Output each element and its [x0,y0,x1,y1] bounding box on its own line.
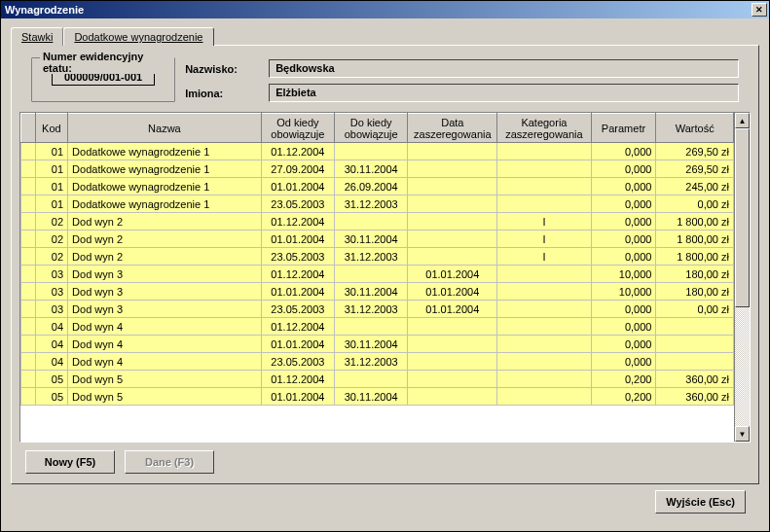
tab-dodatkowe[interactable]: Dodatkowe wynagrodzenie [63,27,213,46]
cell: 26.09.2004 [335,178,408,195]
vertical-scrollbar[interactable]: ▲ ▼ [734,113,750,442]
cell: 360,00 zł [656,388,734,406]
cell: Dod wyn 2 [68,231,262,248]
nazwisko-field[interactable]: Będkowska [269,59,739,78]
cell: 02 [35,248,67,266]
cell: 01.12.2004 [261,213,334,231]
cell: 30.11.2004 [335,388,408,406]
tab-stawki[interactable]: Stawki [11,27,63,46]
cell: 01 [35,160,67,178]
col-kod[interactable]: Kod [35,114,67,143]
cell: 01.01.2004 [408,266,497,283]
cell [497,388,591,406]
cell: Dodatkowe wynagrodzenie 1 [68,160,262,178]
cell [497,336,591,353]
table-row[interactable]: 02Dod wyn 223.05.200331.12.2003I0,0001 8… [21,248,734,266]
cell: Dod wyn 4 [68,353,262,371]
cell: 01.01.2004 [408,283,497,301]
cell: 180,00 zł [656,266,734,283]
cell [335,143,408,160]
cell: 0,200 [591,371,656,388]
cell: 01.01.2004 [261,283,334,301]
table-row[interactable]: 04Dod wyn 401.01.200430.11.20040,000 [21,336,734,353]
col-nazwa[interactable]: Nazwa [68,114,262,143]
cell [497,266,591,283]
col-od[interactable]: Od kiedy obowiązuje [261,114,334,143]
cell [408,143,497,160]
table-row[interactable]: 01Dodatkowe wynagrodzenie 123.05.200331.… [21,195,734,213]
cell [497,160,591,178]
col-selector[interactable] [21,114,36,143]
cell: 04 [35,353,67,371]
cell: 23.05.2003 [261,353,334,371]
imiona-field[interactable]: Elżbieta [269,84,739,102]
table-row[interactable]: 01Dodatkowe wynagrodzenie 101.01.200426.… [21,178,734,195]
cell: 01.01.2004 [408,301,497,318]
cell: 1 800,00 zł [656,213,734,231]
col-data[interactable]: Data zaszeregowania [408,114,497,143]
cell: I [497,248,591,266]
cell: 31.12.2003 [335,301,408,318]
close-button[interactable]: ✕ [752,3,767,17]
cell: 0,000 [591,301,656,318]
cell: 23.05.2003 [261,248,334,266]
table-row[interactable]: 05Dod wyn 501.12.20040,200360,00 zł [21,371,734,388]
header-row: Kod Nazwa Od kiedy obowiązuje Do kiedy o… [21,114,734,143]
tab-panel: Numer ewidencyjny etatu: 000009/001-001 … [11,45,759,484]
cell: Dod wyn 5 [68,371,262,388]
cell: 1 800,00 zł [656,248,734,266]
col-kat[interactable]: Kategoria zaszeregowania [497,114,591,143]
cell [497,353,591,371]
data-grid[interactable]: Kod Nazwa Od kiedy obowiązuje Do kiedy o… [20,113,734,442]
cell: 360,00 zł [656,371,734,388]
cell: Dodatkowe wynagrodzenie 1 [68,178,262,195]
table-row[interactable]: 03Dod wyn 323.05.200331.12.200301.01.200… [21,301,734,318]
table-row[interactable]: 04Dod wyn 423.05.200331.12.20030,000 [21,353,734,371]
cell [335,266,408,283]
table-row[interactable]: 03Dod wyn 301.12.200401.01.200410,000180… [21,266,734,283]
cell [21,248,36,266]
cell [21,336,36,353]
table-row[interactable]: 02Dod wyn 201.01.200430.11.2004I0,0001 8… [21,231,734,248]
cell: 30.11.2004 [335,231,408,248]
scroll-track[interactable] [735,128,750,426]
cell: 01.12.2004 [261,266,334,283]
table-row[interactable]: 05Dod wyn 501.01.200430.11.20040,200360,… [21,388,734,406]
scroll-down-button[interactable]: ▼ [735,426,750,442]
scroll-up-button[interactable]: ▲ [735,113,750,128]
table-row[interactable]: 04Dod wyn 401.12.20040,000 [21,318,734,336]
table-row[interactable]: 01Dodatkowe wynagrodzenie 101.12.20040,0… [21,143,734,160]
table-row[interactable]: 01Dodatkowe wynagrodzenie 127.09.200430.… [21,160,734,178]
numer-label: Numer ewidencyjny etatu: [40,51,174,74]
cell [408,353,497,371]
cell: 01 [35,195,67,213]
window-title: Wynagrodzenie [3,4,752,16]
cell: 01.01.2004 [261,231,334,248]
name-form: Nazwisko: Będkowska Imiona: Elżbieta [185,57,739,102]
col-wart[interactable]: Wartość [656,114,734,143]
cell: 01.01.2004 [261,178,334,195]
cell [408,231,497,248]
dane-button: Dane (F3) [125,450,214,474]
nowy-button[interactable]: Nowy (F5) [25,450,115,474]
cell [497,318,591,336]
wyjscie-button[interactable]: Wyjście (Esc) [655,490,746,514]
table-row[interactable]: 02Dod wyn 201.12.2004I0,0001 800,00 zł [21,213,734,231]
cell [408,336,497,353]
cell: 0,000 [591,248,656,266]
cell [21,301,36,318]
cell [656,336,734,353]
cell: 02 [35,213,67,231]
cell: 0,00 zł [656,301,734,318]
cell: 180,00 zł [656,283,734,301]
col-param[interactable]: Parametr [591,114,656,143]
cell [335,213,408,231]
cell: 31.12.2003 [335,353,408,371]
cell: 01.12.2004 [261,318,334,336]
col-do[interactable]: Do kiedy obowiązuje [335,114,408,143]
scroll-thumb[interactable] [735,128,750,307]
table-row[interactable]: 03Dod wyn 301.01.200430.11.200401.01.200… [21,283,734,301]
cell: 04 [35,318,67,336]
cell: Dod wyn 2 [68,248,262,266]
cell: 23.05.2003 [261,301,334,318]
